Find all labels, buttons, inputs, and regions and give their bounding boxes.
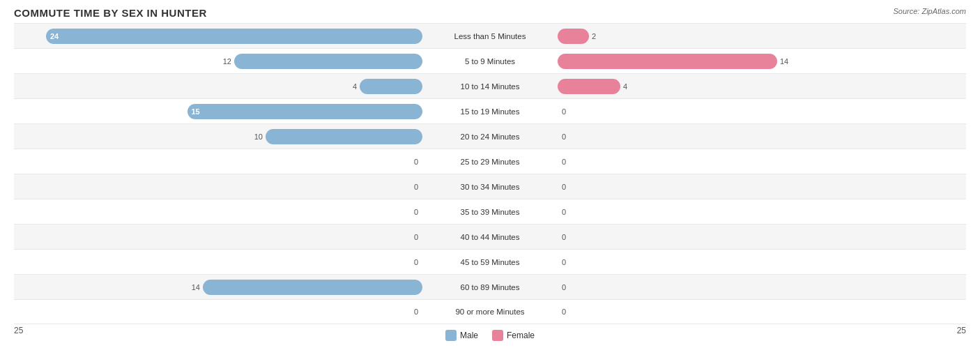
left-section: 0 <box>14 225 425 249</box>
female-bar-wrapper: 0 <box>558 208 966 216</box>
male-bar <box>203 280 422 295</box>
table-row: 0 30 to 34 Minutes 0 <box>14 174 966 199</box>
table-row: 24 Less than 5 Minutes 2 <box>14 23 966 48</box>
female-value: 0 <box>562 183 576 191</box>
female-value: 0 <box>562 308 576 316</box>
table-row: 15 15 to 19 Minutes 0 <box>14 98 966 123</box>
row-label: 60 to 89 Minutes <box>425 283 555 291</box>
row-label: 25 to 29 Minutes <box>425 158 555 166</box>
right-section: 0 <box>555 124 966 149</box>
male-bar <box>234 54 422 69</box>
female-bar-wrapper: 0 <box>558 308 966 316</box>
male-bar: 15 <box>187 104 423 119</box>
legend: Male Female <box>445 330 535 341</box>
right-section: 0 <box>555 174 966 199</box>
legend-female: Female <box>492 330 535 341</box>
male-bar-wrapper: 24 <box>14 29 422 44</box>
row-label: 10 to 14 Minutes <box>425 82 555 91</box>
table-row: 14 60 to 89 Minutes 0 <box>14 274 966 299</box>
row-label: 30 to 34 Minutes <box>425 183 555 191</box>
row-label: 5 to 9 Minutes <box>425 57 555 66</box>
male-bar-wrapper: 4 <box>14 79 422 94</box>
male-value: 12 <box>217 57 231 66</box>
male-bar-wrapper: 0 <box>14 233 422 241</box>
chart-container: COMMUTE TIME BY SEX IN HUNTER Source: Zi… <box>0 0 980 364</box>
left-section: 10 <box>14 124 425 149</box>
left-section: 0 <box>14 199 425 224</box>
row-label: 15 to 19 Minutes <box>425 107 555 116</box>
female-value: 0 <box>562 258 576 266</box>
male-bar-wrapper: 15 <box>14 104 422 119</box>
male-bar <box>266 129 422 144</box>
row-label: 90 or more Minutes <box>425 308 555 316</box>
row-label: Less than 5 Minutes <box>425 32 555 40</box>
male-bar-wrapper: 0 <box>14 158 422 166</box>
left-section: 0 <box>14 174 425 199</box>
left-section: 12 <box>14 49 425 73</box>
female-bar-wrapper: 4 <box>558 79 966 94</box>
female-bar-wrapper: 0 <box>558 158 966 166</box>
female-value: 0 <box>562 107 576 116</box>
male-value: 0 <box>404 258 418 266</box>
male-bar <box>360 79 422 94</box>
male-bar-wrapper: 0 <box>14 308 422 316</box>
right-section: 0 <box>555 199 966 224</box>
right-section: 0 <box>555 225 966 249</box>
right-section: 4 <box>555 74 966 98</box>
male-bar-wrapper: 0 <box>14 183 422 191</box>
female-bar <box>558 29 589 44</box>
table-row: 0 35 to 39 Minutes 0 <box>14 199 966 224</box>
male-value: 0 <box>404 208 418 216</box>
right-section: 0 <box>555 149 966 174</box>
left-section: 4 <box>14 74 425 98</box>
left-section: 14 <box>14 275 425 299</box>
table-row: 12 5 to 9 Minutes 14 <box>14 48 966 73</box>
table-row: 0 25 to 29 Minutes 0 <box>14 149 966 174</box>
table-row: 0 45 to 59 Minutes 0 <box>14 249 966 274</box>
male-value: 0 <box>404 158 418 166</box>
male-bar-wrapper: 14 <box>14 280 422 295</box>
row-label: 20 to 24 Minutes <box>425 132 555 141</box>
footer-row: 25 Male Female 25 <box>14 326 966 341</box>
chart-title: COMMUTE TIME BY SEX IN HUNTER <box>14 7 966 19</box>
male-pill-value: 15 <box>192 107 200 116</box>
row-label: 45 to 59 Minutes <box>425 258 555 266</box>
female-value: 0 <box>562 233 576 241</box>
row-label: 40 to 44 Minutes <box>425 233 555 241</box>
female-value: 0 <box>562 158 576 166</box>
right-section: 0 <box>555 275 966 299</box>
table-row: 0 90 or more Minutes 0 <box>14 299 966 324</box>
right-section: 0 <box>555 250 966 274</box>
female-bar-wrapper: 0 <box>558 283 966 291</box>
female-value: 14 <box>780 57 794 66</box>
female-bar-wrapper: 0 <box>558 233 966 241</box>
table-row: 0 40 to 44 Minutes 0 <box>14 224 966 249</box>
male-swatch <box>445 330 457 341</box>
male-label: Male <box>460 331 478 340</box>
female-value: 2 <box>592 32 606 40</box>
female-label: Female <box>507 331 535 340</box>
female-swatch <box>492 330 503 341</box>
male-value: 4 <box>343 82 357 91</box>
female-bar-wrapper: 0 <box>558 107 966 116</box>
male-bar: 24 <box>46 29 422 44</box>
table-row: 10 20 to 24 Minutes 0 <box>14 123 966 149</box>
male-value: 10 <box>249 132 263 141</box>
female-bar-wrapper: 0 <box>558 183 966 191</box>
male-bar-wrapper: 0 <box>14 208 422 216</box>
female-bar-wrapper: 0 <box>558 258 966 266</box>
male-value: 14 <box>186 283 200 291</box>
right-section: 14 <box>555 49 966 73</box>
left-section: 0 <box>14 300 425 324</box>
left-section: 0 <box>14 149 425 174</box>
chart-area: 24 Less than 5 Minutes 2 12 5 to 9 Minut… <box>14 23 966 324</box>
row-label: 35 to 39 Minutes <box>425 208 555 216</box>
left-section: 15 <box>14 99 425 123</box>
male-bar-wrapper: 0 <box>14 258 422 266</box>
female-value: 0 <box>562 132 576 141</box>
female-value: 0 <box>562 283 576 291</box>
female-bar-wrapper: 14 <box>558 54 966 69</box>
male-bar-wrapper: 12 <box>14 54 422 69</box>
male-value: 0 <box>404 308 418 316</box>
legend-male: Male <box>445 330 478 341</box>
